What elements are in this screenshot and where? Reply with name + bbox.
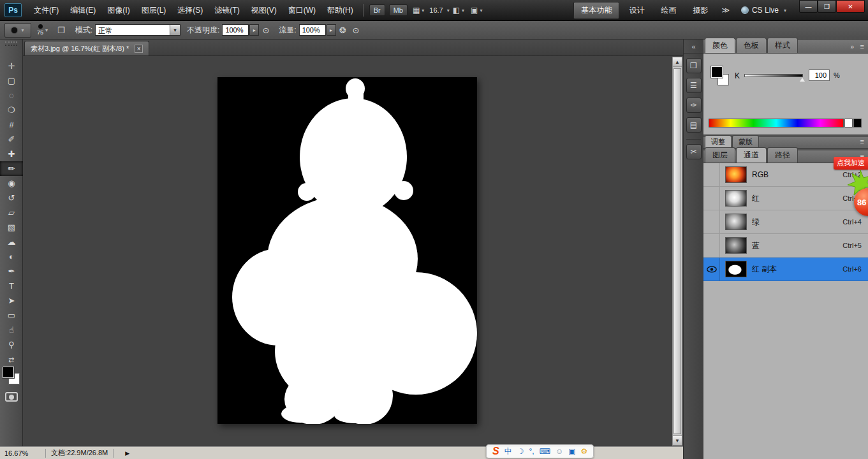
blend-mode-select[interactable]: 正常 ▾ bbox=[95, 24, 180, 36]
crop-tool[interactable]: # bbox=[0, 117, 23, 132]
shape-tool[interactable]: ▭ bbox=[0, 308, 23, 323]
visibility-toggle[interactable] bbox=[703, 234, 720, 257]
hand-tool[interactable]: ☝ bbox=[0, 323, 23, 337]
accelerator-badge[interactable]: 点我加速 bbox=[834, 157, 868, 170]
scroll-down-arrow[interactable]: ▼ bbox=[673, 435, 682, 445]
k-slider-handle[interactable] bbox=[800, 78, 805, 82]
tab-swatches[interactable]: 色板 bbox=[736, 38, 767, 53]
arrange-documents-button[interactable]: ▦ ▾ bbox=[413, 6, 424, 15]
restore-button[interactable]: ❐ bbox=[818, 0, 836, 13]
info-panel-icon[interactable]: ▤ bbox=[686, 117, 702, 133]
tablet-pressure-size-icon[interactable]: ⊙ bbox=[353, 26, 360, 35]
k-value-input[interactable]: 100 bbox=[809, 69, 830, 81]
clone-source-panel-icon[interactable]: ✑ bbox=[686, 98, 702, 113]
menu-view[interactable]: 视图(V) bbox=[246, 0, 283, 21]
status-zoom-field[interactable]: 16.67% bbox=[4, 449, 40, 457]
screen-mode-button[interactable]: ◧ ▾ bbox=[453, 6, 464, 15]
flow-slider-button[interactable]: ▸ bbox=[327, 24, 336, 36]
tab-styles[interactable]: 样式 bbox=[767, 38, 798, 53]
menu-select[interactable]: 选择(S) bbox=[172, 0, 209, 21]
zoom-tool[interactable]: ⚲ bbox=[0, 337, 23, 352]
k-slider[interactable] bbox=[744, 74, 803, 77]
brush-picker[interactable]: 75 ▾ bbox=[37, 24, 48, 36]
cs-live-button[interactable]: CS Live ▾ bbox=[741, 6, 786, 15]
history-brush-tool[interactable]: ↺ bbox=[0, 191, 23, 205]
visibility-toggle[interactable] bbox=[703, 258, 720, 280]
menu-file[interactable]: 文件(F) bbox=[28, 0, 64, 21]
adjustments-panel-icon[interactable]: ☰ bbox=[686, 78, 702, 93]
moon-icon[interactable]: ☽ bbox=[517, 448, 524, 455]
flow-input[interactable]: 100% bbox=[299, 24, 326, 36]
swap-colors-icon[interactable]: ⇄ bbox=[0, 356, 22, 364]
mask-canvas[interactable] bbox=[217, 77, 477, 424]
dodge-tool[interactable]: ◐ bbox=[0, 249, 23, 264]
tools-panel-grip[interactable] bbox=[5, 41, 17, 46]
opacity-slider-button[interactable]: ▸ bbox=[249, 24, 259, 36]
eyedropper-tool[interactable]: ✐ bbox=[0, 132, 23, 147]
launch-bridge-button[interactable]: Br bbox=[369, 4, 385, 16]
brush-tool[interactable]: ✏ bbox=[0, 161, 23, 176]
visibility-toggle[interactable] bbox=[703, 187, 720, 210]
color-spectrum-ramp[interactable] bbox=[709, 119, 844, 127]
foreground-color-swatch[interactable] bbox=[3, 367, 14, 378]
workspace-painting[interactable]: 绘画 bbox=[654, 3, 683, 18]
gradient-tool[interactable]: ▧ bbox=[0, 220, 23, 235]
visibility-toggle[interactable] bbox=[703, 163, 720, 186]
user-icon[interactable]: ☺ bbox=[555, 448, 563, 455]
foreground-color-swatch[interactable] bbox=[711, 66, 723, 78]
keyboard-icon[interactable]: ⌨ bbox=[540, 448, 550, 455]
blur-tool[interactable]: ☁ bbox=[0, 235, 23, 249]
workspace-photography[interactable]: 摄影 bbox=[686, 3, 715, 18]
toolbox-icon[interactable]: ▣ bbox=[568, 448, 575, 455]
path-select-tool[interactable]: ➤ bbox=[0, 293, 23, 308]
wrench-icon[interactable]: ⚙ bbox=[581, 448, 588, 455]
tab-paths[interactable]: 路径 bbox=[767, 147, 798, 163]
black-swatch[interactable] bbox=[853, 119, 862, 127]
app-logo[interactable]: Ps bbox=[4, 3, 22, 17]
menu-window[interactable]: 窗口(W) bbox=[283, 0, 321, 21]
tab-masks[interactable]: 蒙版 bbox=[732, 135, 759, 148]
opacity-input[interactable]: 100% bbox=[222, 24, 249, 36]
history-panel-icon[interactable]: ❐ bbox=[686, 58, 702, 73]
channel-row-blue[interactable]: 蓝 Ctrl+5 bbox=[703, 234, 868, 258]
status-options-arrow[interactable]: ▶ bbox=[125, 450, 129, 456]
ime-language-toggle[interactable]: 中 bbox=[504, 448, 512, 455]
move-tool[interactable]: ✛ bbox=[0, 59, 23, 73]
lasso-tool[interactable]: ◌ bbox=[0, 88, 23, 103]
panel-menu-icon[interactable]: ≡ bbox=[860, 43, 864, 50]
scrollbar-thumb[interactable] bbox=[673, 68, 681, 434]
menu-help[interactable]: 帮助(H) bbox=[321, 0, 359, 21]
scissors-icon[interactable]: ✂ bbox=[686, 144, 702, 159]
tablet-pressure-opacity-icon[interactable]: ⊙ bbox=[262, 26, 269, 35]
marquee-tool[interactable]: ▢ bbox=[0, 73, 23, 88]
more-workspaces-icon[interactable]: ≫ bbox=[721, 6, 730, 15]
expand-panels-icon[interactable]: « bbox=[684, 40, 703, 54]
close-icon[interactable]: × bbox=[135, 45, 143, 53]
type-tool[interactable]: T bbox=[0, 279, 23, 293]
collapse-panels-icon[interactable]: » bbox=[850, 43, 854, 50]
tab-layers[interactable]: 图层 bbox=[705, 147, 735, 163]
visibility-toggle[interactable] bbox=[703, 210, 720, 233]
healing-brush-tool[interactable]: ✚ bbox=[0, 147, 23, 161]
quick-select-tool[interactable]: ❍ bbox=[0, 103, 23, 117]
clone-stamp-tool[interactable]: ◉ bbox=[0, 176, 23, 191]
document-tab[interactable]: 素材3.jpg @ 16.7%(红 副本/8) * × bbox=[24, 41, 149, 55]
tool-preset-picker[interactable]: ▾ bbox=[4, 23, 31, 38]
tab-color[interactable]: 颜色 bbox=[705, 38, 735, 53]
view-extras-button[interactable]: ▣ ▾ bbox=[471, 6, 482, 15]
eraser-tool[interactable]: ▱ bbox=[0, 205, 23, 220]
channel-row-green[interactable]: 绿 Ctrl+4 bbox=[703, 210, 868, 234]
menu-image[interactable]: 图像(I) bbox=[101, 0, 135, 21]
minimize-button[interactable]: — bbox=[799, 0, 818, 13]
toggle-brush-panel-icon[interactable]: ❐ bbox=[57, 26, 65, 35]
tab-channels[interactable]: 通道 bbox=[736, 147, 767, 163]
chevron-down-icon[interactable]: ▾ bbox=[447, 8, 450, 13]
vertical-scrollbar[interactable]: ▲ ▼ bbox=[672, 57, 682, 446]
workspace-essentials[interactable]: 基本功能 bbox=[573, 2, 619, 19]
menu-layer[interactable]: 图层(L) bbox=[136, 0, 172, 21]
ime-logo[interactable]: S bbox=[492, 446, 499, 456]
menu-filter[interactable]: 滤镜(T) bbox=[209, 0, 245, 21]
tab-adjustments[interactable]: 调整 bbox=[705, 135, 732, 148]
workspace-design[interactable]: 设计 bbox=[622, 3, 651, 18]
close-button[interactable]: ✕ bbox=[836, 0, 865, 13]
